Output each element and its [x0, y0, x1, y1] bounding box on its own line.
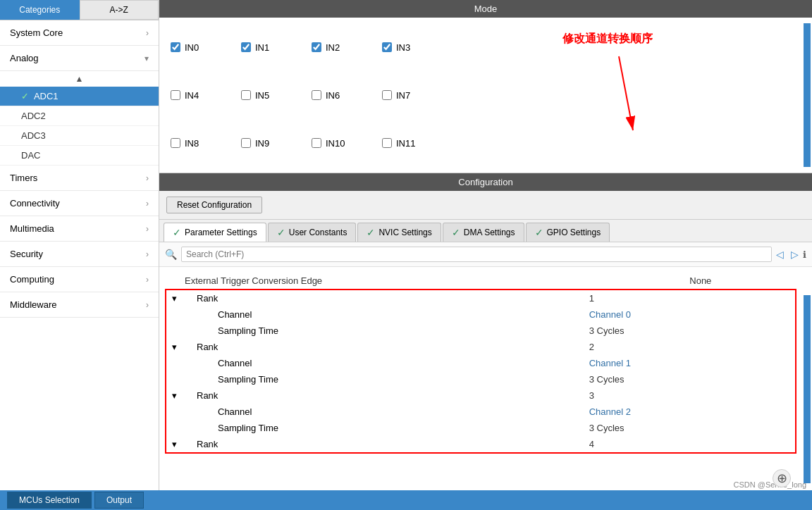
reset-config-button[interactable]: Reset Configuration: [166, 197, 262, 213]
sampling-label: Sampling Time: [183, 323, 584, 339]
channel-item-in9: IN9: [241, 120, 297, 166]
rank-number: 1: [584, 290, 796, 306]
config-section: Configuration Reset Configuration ✓Param…: [159, 173, 812, 490]
analog-expand-indicator: ▲: [0, 71, 159, 87]
search-prev-icon[interactable]: ◁: [776, 249, 784, 260]
config-tab-parameter-settings[interactable]: ✓Parameter Settings: [164, 223, 266, 242]
sidebar-subitem-adc1[interactable]: ✓ ADC1: [0, 87, 159, 106]
sidebar-item-computing[interactable]: Computing ›: [0, 267, 159, 292]
sidebar-item-system-core[interactable]: System Core ›: [0, 20, 159, 46]
chevron-down-icon: ▾: [144, 54, 149, 63]
info-icon[interactable]: ℹ: [803, 249, 806, 260]
channel-checkbox-in8[interactable]: [171, 138, 180, 148]
search-input[interactable]: [181, 247, 772, 262]
channel-item-in3: IN3: [382, 25, 438, 70]
chevron-right-icon: ›: [146, 173, 149, 183]
bottom-tab-output[interactable]: Output: [94, 492, 144, 509]
tab-categories[interactable]: Categories: [0, 0, 80, 20]
channel-label: IN0: [185, 42, 199, 53]
channel-value: Channel 1: [584, 355, 796, 371]
rank-label: Rank: [183, 436, 584, 453]
bottom-bar: MCUs Selection Output: [0, 490, 812, 510]
expand-icon: ▾: [166, 436, 183, 453]
config-tab-label: GPIO Settings: [547, 228, 601, 237]
mode-header: Mode: [159, 0, 812, 18]
expand-spacer: [166, 404, 183, 420]
config-tab-label: DMA Settings: [464, 228, 515, 237]
param-area: External Trigger Conversion Edge None ▾ …: [159, 267, 812, 490]
channel-label: IN5: [255, 90, 269, 101]
channel-label: Channel: [183, 404, 584, 420]
channel-checkbox-in11[interactable]: [382, 138, 392, 148]
chevron-right-icon: ›: [146, 300, 149, 310]
channel-label: IN8: [185, 138, 199, 149]
bottom-tab-mcus[interactable]: MCUs Selection: [7, 492, 92, 509]
rank-label: Rank: [183, 290, 584, 306]
channel-checkbox-in4[interactable]: [171, 90, 180, 100]
expand-icon: ▾: [166, 339, 183, 355]
channel-label: IN3: [396, 42, 410, 53]
tab-atoz[interactable]: A->Z: [80, 0, 159, 20]
mode-channels: IN0IN1IN2IN3IN4IN5IN6IN7IN8IN9IN10IN11: [159, 18, 506, 173]
expand-spacer: [166, 355, 183, 371]
channel-label: IN11: [396, 138, 415, 149]
channel-label: Channel: [183, 355, 584, 371]
channel-checkbox-in0[interactable]: [171, 42, 180, 52]
search-next-icon[interactable]: ▷: [791, 249, 799, 260]
sidebar-subitem-dac[interactable]: DAC: [0, 146, 159, 166]
config-tab-nvic-settings[interactable]: ✓NVIC Settings: [357, 223, 441, 242]
param-label: External Trigger Conversion Edge: [179, 273, 684, 289]
sidebar: Categories A->Z System Core › Analog ▾ ▲…: [0, 0, 159, 490]
zoom-in-icon[interactable]: ⊕: [773, 469, 791, 487]
sidebar-item-label: System Core: [10, 27, 63, 38]
channel-label: IN9: [255, 138, 269, 149]
sidebar-item-multimedia[interactable]: Multimedia ›: [0, 216, 159, 242]
channel-checkbox-in7[interactable]: [382, 90, 392, 100]
channel-label: IN2: [326, 42, 340, 53]
channel-checkbox-in5[interactable]: [241, 90, 251, 100]
channel-item-in7: IN7: [382, 73, 438, 118]
sampling-label: Sampling Time: [183, 371, 584, 387]
channel-checkbox-in3[interactable]: [382, 42, 392, 52]
config-tab-group: ✓Parameter Settings✓User Constants✓NVIC …: [159, 220, 812, 242]
param-scrollbar[interactable]: [804, 295, 811, 483]
config-tab-gpio-settings[interactable]: ✓GPIO Settings: [526, 223, 610, 242]
sidebar-item-timers[interactable]: Timers ›: [0, 166, 159, 191]
chevron-right-icon: ›: [146, 199, 149, 209]
sidebar-item-label: Timers: [10, 173, 37, 183]
channel-checkbox-in10[interactable]: [312, 138, 321, 148]
rank-label: Rank: [183, 339, 584, 355]
sidebar-subitem-adc2[interactable]: ADC2: [0, 106, 159, 126]
rank-number: 4: [584, 436, 796, 453]
channel-checkbox-in9[interactable]: [241, 138, 251, 148]
watermark: CSDN @Sense_long: [734, 480, 807, 489]
config-tab-dma-settings[interactable]: ✓DMA Settings: [443, 223, 524, 242]
config-tab-user-constants[interactable]: ✓User Constants: [268, 223, 357, 242]
sampling-value: 3 Cycles: [584, 323, 796, 339]
param-value: None: [684, 273, 796, 289]
sidebar-subitem-adc3[interactable]: ADC3: [0, 126, 159, 146]
channel-item-in5: IN5: [241, 73, 297, 118]
tab-check-icon: ✓: [277, 227, 285, 238]
sidebar-item-security[interactable]: Security ›: [0, 242, 159, 267]
channel-checkbox-in1[interactable]: [241, 42, 251, 52]
config-body: Reset Configuration ✓Parameter Settings✓…: [159, 191, 812, 490]
sidebar-item-analog[interactable]: Analog ▾: [0, 46, 159, 71]
sampling-label: Sampling Time: [183, 420, 584, 436]
config-tab-label: User Constants: [289, 228, 347, 237]
tab-check-icon: ✓: [173, 227, 181, 238]
chevron-right-icon: ›: [146, 275, 149, 285]
table-row: Channel Channel 1: [166, 355, 796, 371]
expand-spacer: [166, 306, 183, 323]
param-table-wrapper[interactable]: External Trigger Conversion Edge None ▾ …: [159, 267, 802, 490]
mode-scrollbar[interactable]: [804, 23, 811, 167]
channel-checkbox-in2[interactable]: [312, 42, 321, 52]
channel-item-in6: IN6: [312, 73, 368, 118]
table-row: ▾ Rank 3: [166, 387, 796, 404]
sidebar-item-connectivity[interactable]: Connectivity ›: [0, 191, 159, 216]
rank-label: Rank: [183, 387, 584, 404]
channel-checkbox-in6[interactable]: [312, 90, 321, 100]
tab-check-icon: ✓: [535, 227, 543, 238]
analog-subitems: ✓ ADC1 ADC2 ADC3 DAC: [0, 87, 159, 166]
sidebar-item-middleware[interactable]: Middleware ›: [0, 292, 159, 318]
